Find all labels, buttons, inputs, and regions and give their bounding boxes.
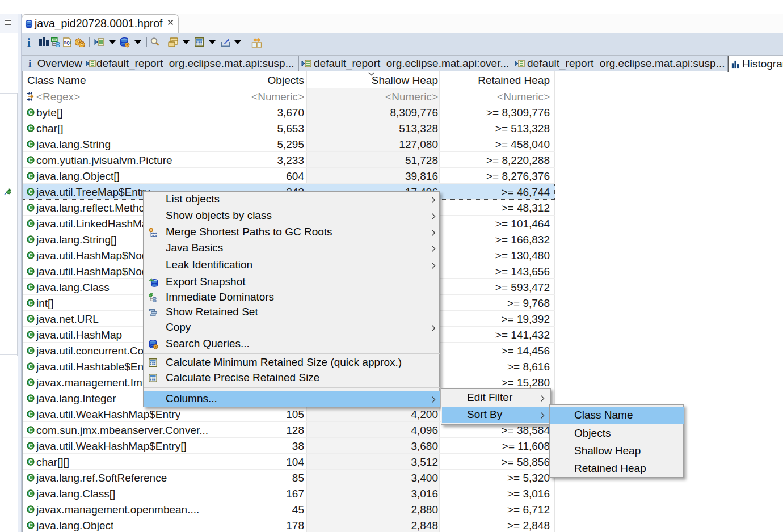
svg-text:OQL: OQL [64, 41, 71, 45]
